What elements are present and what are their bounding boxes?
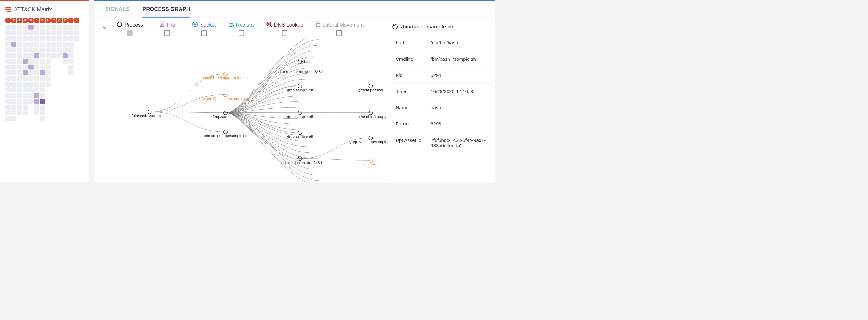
matrix-cell[interactable]: [57, 48, 62, 53]
tactic-badge[interactable]: C: [51, 18, 57, 23]
matrix-cell[interactable]: [34, 36, 39, 41]
matrix-cell[interactable]: [11, 116, 17, 121]
matrix-cell[interactable]: [63, 30, 68, 35]
matrix-cell[interactable]: [40, 82, 45, 87]
matrix-cell[interactable]: [17, 36, 22, 41]
matrix-cell[interactable]: [11, 76, 17, 81]
matrix-cell[interactable]: [45, 82, 51, 87]
matrix-cell[interactable]: [5, 99, 11, 104]
tactic-badge[interactable]: D: [28, 18, 34, 23]
matrix-cell[interactable]: [5, 42, 11, 47]
matrix-cell[interactable]: [45, 76, 51, 81]
matrix-cell[interactable]: [40, 76, 45, 81]
filter-checkbox-socket[interactable]: [201, 30, 207, 36]
matrix-cell[interactable]: [45, 53, 51, 58]
matrix-cell[interactable]: [34, 99, 39, 104]
matrix-cell[interactable]: [51, 25, 57, 30]
matrix-cell[interactable]: [68, 36, 73, 41]
tactic-badge[interactable]: D: [40, 18, 45, 23]
matrix-cell[interactable]: [17, 42, 22, 47]
matrix-cell[interactable]: [23, 65, 28, 70]
matrix-cell[interactable]: [23, 42, 28, 47]
matrix-cell[interactable]: [17, 30, 22, 35]
matrix-cell[interactable]: [28, 30, 34, 35]
matrix-cell[interactable]: [11, 53, 17, 58]
collapse-toggle[interactable]: [102, 25, 107, 32]
tactic-badge[interactable]: P: [17, 18, 22, 23]
matrix-cell[interactable]: [17, 59, 22, 64]
matrix-cell[interactable]: [40, 65, 45, 70]
matrix-cell[interactable]: [63, 42, 68, 47]
matrix-cell[interactable]: [23, 105, 28, 110]
matrix-cell[interactable]: [28, 53, 34, 58]
filter-checkbox-registry[interactable]: [239, 30, 244, 36]
matrix-cell[interactable]: [17, 53, 22, 58]
matrix-cell[interactable]: [11, 87, 17, 92]
matrix-cell[interactable]: [5, 110, 11, 115]
matrix-cell[interactable]: [45, 36, 51, 41]
matrix-cell[interactable]: [5, 76, 11, 81]
matrix-cell[interactable]: [34, 30, 39, 35]
matrix-cell[interactable]: [28, 82, 34, 87]
tactic-badge[interactable]: L: [45, 18, 51, 23]
matrix-cell[interactable]: [5, 87, 11, 92]
matrix-cell[interactable]: [34, 82, 39, 87]
matrix-cell[interactable]: [17, 48, 22, 53]
matrix-cell[interactable]: [17, 110, 22, 115]
matrix-cell[interactable]: [34, 87, 39, 92]
tactic-badge[interactable]: I: [68, 18, 73, 23]
matrix-cell[interactable]: [68, 53, 73, 58]
matrix-cell[interactable]: [5, 70, 11, 75]
matrix-cell[interactable]: [57, 42, 62, 47]
matrix-cell[interactable]: [5, 30, 11, 35]
matrix-cell[interactable]: [23, 82, 28, 87]
tab-signals[interactable]: SIGNALS: [105, 1, 129, 18]
matrix-cell[interactable]: [51, 30, 57, 35]
filter-checkbox-file[interactable]: [164, 30, 170, 36]
matrix-cell[interactable]: [40, 93, 45, 98]
matrix-cell[interactable]: [11, 36, 17, 41]
matrix-cell[interactable]: [40, 30, 45, 35]
matrix-cell[interactable]: [40, 48, 45, 53]
matrix-cell[interactable]: [40, 53, 45, 58]
matrix-cell[interactable]: [23, 70, 28, 75]
matrix-cell[interactable]: [63, 25, 68, 30]
matrix-cell[interactable]: [40, 25, 45, 30]
matrix-cell[interactable]: [11, 25, 17, 30]
matrix-cell[interactable]: [57, 53, 62, 58]
matrix-cell[interactable]: [5, 53, 11, 58]
matrix-cell[interactable]: [11, 65, 17, 70]
matrix-cell[interactable]: [74, 25, 79, 30]
matrix-cell[interactable]: [45, 42, 51, 47]
matrix-cell[interactable]: [68, 42, 73, 47]
matrix-cell[interactable]: [28, 87, 34, 92]
matrix-cell[interactable]: [23, 93, 28, 98]
matrix-cell[interactable]: [28, 65, 34, 70]
tactic-badge[interactable]: C: [34, 18, 39, 23]
matrix-cell[interactable]: [11, 30, 17, 35]
matrix-cell[interactable]: [17, 70, 22, 75]
matrix-cell[interactable]: [68, 70, 73, 75]
matrix-cell[interactable]: [45, 70, 51, 75]
matrix-cell[interactable]: [28, 48, 34, 53]
matrix-cell[interactable]: [5, 36, 11, 41]
matrix-cell[interactable]: [34, 42, 39, 47]
matrix-cell[interactable]: [28, 36, 34, 41]
matrix-cell[interactable]: [34, 110, 39, 115]
matrix-cell[interactable]: [11, 70, 17, 75]
matrix-cell[interactable]: [11, 59, 17, 64]
matrix-cell[interactable]: [17, 76, 22, 81]
filter-checkbox-process[interactable]: ✓: [127, 30, 132, 36]
matrix-cell[interactable]: [40, 99, 45, 104]
matrix-cell[interactable]: [34, 105, 39, 110]
matrix-cell[interactable]: [63, 59, 68, 64]
tactic-badge[interactable]: I: [5, 18, 11, 23]
matrix-cell[interactable]: [68, 59, 73, 64]
matrix-cell[interactable]: [11, 93, 17, 98]
matrix-cell[interactable]: [63, 36, 68, 41]
matrix-cell[interactable]: [34, 76, 39, 81]
matrix-cell[interactable]: [5, 48, 11, 53]
matrix-cell[interactable]: [17, 99, 22, 104]
matrix-cell[interactable]: [23, 59, 28, 64]
matrix-cell[interactable]: [40, 42, 45, 47]
